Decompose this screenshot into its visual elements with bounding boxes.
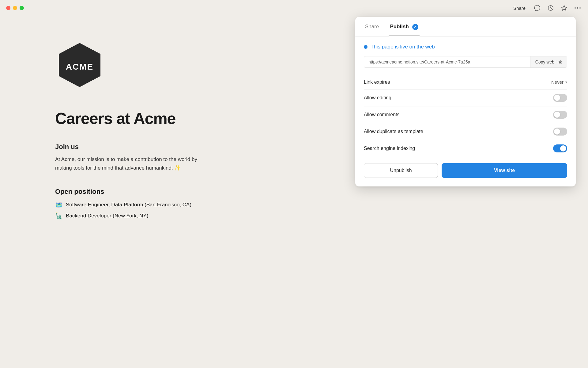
live-dot xyxy=(364,45,368,49)
page-title: Careers at Acme xyxy=(55,109,214,128)
modal-tabs: Share Publish ✓ xyxy=(355,17,576,36)
allow-comments-toggle[interactable] xyxy=(553,111,567,119)
allow-editing-label: Allow editing xyxy=(364,95,391,101)
page-content: ACME Careers at Acme Join us At Acme, ou… xyxy=(0,0,276,220)
join-us-heading: Join us xyxy=(55,143,214,151)
titlebar: Share xyxy=(0,0,588,16)
join-us-body: At Acme, our mission is to make a contri… xyxy=(55,155,214,172)
toolbar-right: Share xyxy=(511,4,582,12)
position-emoji-2: 🗽 xyxy=(55,212,63,220)
url-bar: Copy web link xyxy=(364,56,567,68)
publish-check-icon: ✓ xyxy=(412,24,418,30)
minimize-button[interactable] xyxy=(13,6,17,10)
more-icon[interactable] xyxy=(573,4,582,12)
allow-editing-toggle[interactable] xyxy=(553,94,567,102)
position-emoji-1: 🗺️ xyxy=(55,201,63,209)
tab-share[interactable]: Share xyxy=(364,17,380,36)
allow-duplicate-row: Allow duplicate as template xyxy=(364,123,567,140)
maximize-button[interactable] xyxy=(20,6,24,10)
toggle-knob xyxy=(554,112,560,118)
close-button[interactable] xyxy=(6,6,10,10)
link-expires-row: Link expires Never ▾ xyxy=(364,75,567,90)
star-icon[interactable] xyxy=(560,4,568,12)
chevron-down-icon: ▾ xyxy=(565,80,567,84)
search-indexing-row: Search engine indexing xyxy=(364,140,567,157)
allow-comments-label: Allow comments xyxy=(364,112,399,117)
position-link-2[interactable]: Backend Developer (New York, NY) xyxy=(66,213,148,219)
link-expires-value[interactable]: Never ▾ xyxy=(551,79,567,85)
toggle-knob xyxy=(560,145,566,151)
publish-modal: Share Publish ✓ This page is live on the… xyxy=(355,17,576,186)
action-buttons: Unpublish View site xyxy=(364,163,567,178)
link-expires-label: Link expires xyxy=(364,79,390,85)
live-status-text: This page is live on the web xyxy=(371,44,435,50)
position-link-1[interactable]: Software Engineer, Data Platform (San Fr… xyxy=(66,202,191,208)
allow-editing-row: Allow editing xyxy=(364,90,567,106)
svg-point-2 xyxy=(577,7,578,9)
search-indexing-label: Search engine indexing xyxy=(364,146,415,151)
acme-logo: ACME xyxy=(55,40,104,90)
allow-comments-row: Allow comments xyxy=(364,106,567,123)
unpublish-button[interactable]: Unpublish xyxy=(364,163,438,178)
allow-duplicate-label: Allow duplicate as template xyxy=(364,129,423,134)
list-item: 🗽 Backend Developer (New York, NY) xyxy=(55,212,214,220)
list-item: 🗺️ Software Engineer, Data Platform (San… xyxy=(55,201,214,209)
comment-icon[interactable] xyxy=(533,4,541,12)
copy-link-button[interactable]: Copy web link xyxy=(530,56,567,67)
svg-text:ACME: ACME xyxy=(66,62,93,71)
search-indexing-toggle[interactable] xyxy=(553,144,567,152)
tab-publish[interactable]: Publish ✓ xyxy=(389,17,419,36)
allow-duplicate-toggle[interactable] xyxy=(553,128,567,136)
toggle-knob xyxy=(554,128,560,135)
modal-body: This page is live on the web Copy web li… xyxy=(355,36,576,186)
open-positions-heading: Open positions xyxy=(55,188,214,196)
traffic-lights xyxy=(6,6,24,10)
history-icon[interactable] xyxy=(546,4,555,12)
url-input[interactable] xyxy=(364,56,530,67)
share-button[interactable]: Share xyxy=(511,4,528,12)
svg-point-1 xyxy=(575,7,576,9)
live-indicator: This page is live on the web xyxy=(364,44,567,50)
view-site-button[interactable]: View site xyxy=(442,163,567,178)
logo-section: ACME xyxy=(55,16,214,109)
svg-point-3 xyxy=(579,7,581,9)
toggle-knob xyxy=(554,95,560,101)
